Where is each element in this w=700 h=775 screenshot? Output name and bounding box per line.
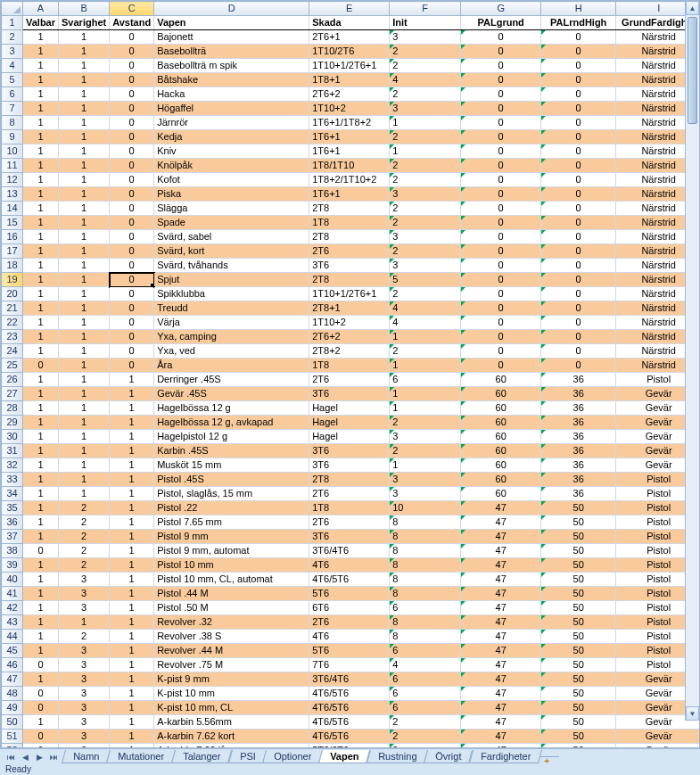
cell-D34[interactable]: Pistol, slaglås, 15 mm	[154, 487, 309, 501]
cell-F19[interactable]: 5	[390, 273, 461, 287]
cell-D46[interactable]: Revolver .75 M	[154, 658, 309, 672]
cell-B30[interactable]: 1	[59, 430, 110, 444]
cell-G3[interactable]: 0	[461, 45, 541, 59]
cell-H26[interactable]: 36	[541, 373, 616, 387]
cell-F17[interactable]: 2	[390, 244, 461, 259]
cell-C39[interactable]: 1	[110, 558, 154, 573]
cell-B44[interactable]: 2	[59, 630, 110, 644]
cell-C48[interactable]: 1	[110, 687, 154, 701]
cell-E25[interactable]: 1T8	[309, 359, 390, 373]
cell-C23[interactable]: 0	[110, 330, 154, 344]
row-header[interactable]: 37	[2, 530, 23, 544]
cell-F41[interactable]: 8	[390, 587, 461, 601]
cell-A27[interactable]: 1	[23, 387, 59, 401]
cell-C9[interactable]: 0	[110, 130, 154, 144]
cell-H20[interactable]: 0	[541, 287, 616, 301]
cell-F5[interactable]: 4	[390, 73, 461, 87]
cell-D30[interactable]: Hagelpistol 12 g	[154, 430, 309, 444]
cell-D49[interactable]: K-pist 10 mm, CL	[154, 701, 309, 715]
cell-F45[interactable]: 6	[390, 644, 461, 658]
cell-G51[interactable]: 47	[461, 730, 541, 744]
cell-B34[interactable]: 1	[59, 487, 110, 501]
cell-B18[interactable]: 1	[59, 259, 110, 273]
cell-H33[interactable]: 36	[541, 473, 616, 487]
row-header[interactable]: 29	[2, 416, 23, 430]
cell-F3[interactable]: 2	[390, 45, 461, 59]
sheet-tab-vapen[interactable]: Vapen	[318, 750, 370, 763]
cell-G10[interactable]: 0	[461, 144, 541, 159]
row-header[interactable]: 46	[2, 658, 23, 672]
row-header[interactable]: 42	[2, 601, 23, 615]
cell-F7[interactable]: 3	[390, 102, 461, 116]
sheet-prev-icon[interactable]: ◀	[18, 750, 32, 764]
cell-A42[interactable]: 1	[23, 601, 59, 615]
cell-H12[interactable]: 0	[541, 173, 616, 187]
cell-A45[interactable]: 1	[23, 644, 59, 658]
scroll-up-button[interactable]: ▲	[686, 1, 699, 15]
cell-A32[interactable]: 1	[23, 458, 59, 473]
row-header[interactable]: 17	[2, 244, 23, 259]
cell-H48[interactable]: 50	[541, 687, 616, 701]
cell-H29[interactable]: 36	[541, 416, 616, 430]
cell-F30[interactable]: 3	[390, 430, 461, 444]
cell-G21[interactable]: 0	[461, 301, 541, 316]
cell-D18[interactable]: Svärd, tvåhands	[154, 259, 309, 273]
cell-H50[interactable]: 50	[541, 715, 616, 730]
cell-A12[interactable]: 1	[23, 173, 59, 187]
cell-F22[interactable]: 4	[390, 316, 461, 330]
cell-H24[interactable]: 0	[541, 344, 616, 359]
sheet-first-icon[interactable]: ⏮	[4, 750, 18, 764]
cell-B15[interactable]: 1	[59, 216, 110, 230]
cell-G16[interactable]: 0	[461, 230, 541, 244]
cell-D12[interactable]: Kofot	[154, 173, 309, 187]
cell-G5[interactable]: 0	[461, 73, 541, 87]
cell-D28[interactable]: Hagelbössa 12 g	[154, 401, 309, 416]
cell-C30[interactable]: 1	[110, 430, 154, 444]
cell-H17[interactable]: 0	[541, 244, 616, 259]
cell-F4[interactable]: 2	[390, 59, 461, 73]
cell-C8[interactable]: 0	[110, 116, 154, 130]
cell-G45[interactable]: 47	[461, 644, 541, 658]
cell-F51[interactable]: 2	[390, 730, 461, 744]
column-header-E[interactable]: E	[309, 2, 390, 16]
cell-D29[interactable]: Hagelbössa 12 g, avkapad	[154, 416, 309, 430]
cell-E27[interactable]: 3T6	[309, 387, 390, 401]
cell-B3[interactable]: 1	[59, 45, 110, 59]
cell-D37[interactable]: Pistol 9 mm	[154, 530, 309, 544]
row-header[interactable]: 26	[2, 373, 23, 387]
cell-C43[interactable]: 1	[110, 615, 154, 630]
cell-G24[interactable]: 0	[461, 344, 541, 359]
cell-C33[interactable]: 1	[110, 473, 154, 487]
cell-B36[interactable]: 2	[59, 515, 110, 530]
cell-A14[interactable]: 1	[23, 202, 59, 216]
cell-A33[interactable]: 1	[23, 473, 59, 487]
row-header[interactable]: 41	[2, 587, 23, 601]
cell-B43[interactable]: 1	[59, 615, 110, 630]
cell-A6[interactable]: 1	[23, 87, 59, 102]
cell-H44[interactable]: 50	[541, 630, 616, 644]
cell-D19[interactable]: Spjut	[154, 273, 309, 287]
row-header[interactable]: 13	[2, 187, 23, 202]
new-sheet-button[interactable]	[539, 756, 559, 757]
cell-F15[interactable]: 2	[390, 216, 461, 230]
cell-H31[interactable]: 36	[541, 444, 616, 458]
cell-E24[interactable]: 2T8+2	[309, 344, 390, 359]
cell-F29[interactable]: 2	[390, 416, 461, 430]
cell-H30[interactable]: 36	[541, 430, 616, 444]
cell-E17[interactable]: 2T6	[309, 244, 390, 259]
cell-A40[interactable]: 1	[23, 573, 59, 587]
cell-A51[interactable]: 0	[23, 730, 59, 744]
cell-D21[interactable]: Treudd	[154, 301, 309, 316]
cell-C45[interactable]: 1	[110, 644, 154, 658]
cell-D45[interactable]: Revolver .44 M	[154, 644, 309, 658]
cell-A16[interactable]: 1	[23, 230, 59, 244]
cell-F18[interactable]: 3	[390, 259, 461, 273]
cell-F40[interactable]: 8	[390, 573, 461, 587]
cell-B46[interactable]: 3	[59, 658, 110, 672]
cell-C11[interactable]: 0	[110, 159, 154, 173]
cell-G42[interactable]: 47	[461, 601, 541, 615]
cell-G38[interactable]: 47	[461, 544, 541, 558]
cell-C22[interactable]: 0	[110, 316, 154, 330]
cell-D43[interactable]: Revolver .32	[154, 615, 309, 630]
cell-A39[interactable]: 1	[23, 558, 59, 573]
